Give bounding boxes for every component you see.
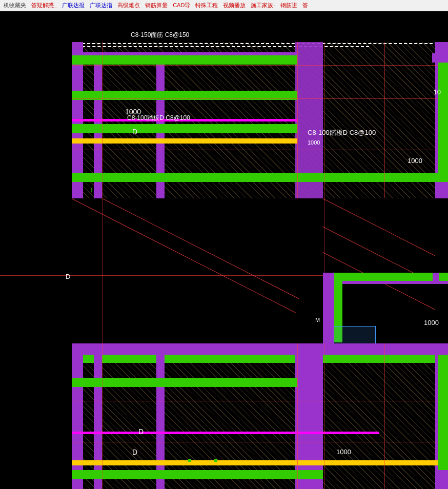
- toolbar-construction[interactable]: 施工家族-: [249, 2, 277, 9]
- grid-v-top3: [324, 42, 324, 201]
- column-purple-bottom-right: [295, 343, 323, 489]
- grid-v-top2: [297, 42, 298, 201]
- purple-bottom-h1: [72, 343, 323, 355]
- bar-magenta-bottom: [72, 432, 379, 434]
- toolbar-gldb[interactable]: 广联达指: [88, 2, 114, 9]
- column-purple-bottom-3: [156, 355, 165, 489]
- label-m: D: [66, 273, 70, 280]
- toolbar-rebar2[interactable]: 钢筋进: [279, 2, 299, 9]
- dashed-line-top1: [72, 43, 448, 44]
- dim-10-right: 1000: [424, 319, 439, 327]
- mid-annotation: C8-100踏板D C8@100: [127, 114, 190, 123]
- label-d2: D: [132, 128, 137, 136]
- hatch-bottom-right: [323, 343, 448, 489]
- label-d3: D: [138, 427, 144, 436]
- green-corner-right: [439, 273, 448, 281]
- hatch-bottom-left: [72, 343, 323, 489]
- toolbar-cad[interactable]: CAD导: [171, 2, 192, 9]
- slab-green-bot1: [72, 173, 323, 182]
- c8-annotation-mid: M: [315, 317, 320, 323]
- slab-green-mid: [72, 124, 297, 133]
- toolbar-special[interactable]: 特殊工程: [194, 2, 219, 9]
- selection-box: [334, 326, 376, 344]
- grid-v-bot1: [103, 343, 103, 489]
- green-right-mid-h: [334, 273, 448, 281]
- grid-v-bot3: [324, 343, 324, 489]
- grid-h-top2: [72, 98, 448, 99]
- grid-h-bot1: [72, 401, 448, 401]
- top-label: C8-150面筋 C8@150: [131, 31, 189, 39]
- toolbar-video[interactable]: 视频播放: [221, 2, 247, 9]
- green-bottom-right-h1: [323, 355, 448, 363]
- grid-v-bot2: [297, 343, 298, 489]
- dim-1000-mid2: 1000: [308, 139, 320, 146]
- toolbar-qa[interactable]: 答疑解惑_: [30, 2, 58, 9]
- slab-green-bot1b: [323, 173, 448, 182]
- grid-v-bot4: [384, 343, 385, 489]
- slab-green-bottom3: [72, 470, 323, 479]
- purple-on-slab1: [72, 52, 297, 55]
- dashed-line-top2: [72, 46, 369, 47]
- marker-sq-2: [214, 459, 217, 462]
- purple-right-mid-v: [323, 273, 334, 344]
- toolbar-advanced[interactable]: 高级难点: [116, 2, 141, 9]
- dim-2900: 1000: [408, 157, 422, 165]
- grid-v-mid1: [103, 198, 103, 344]
- toolbar-rebar[interactable]: 钢筋算量: [144, 2, 169, 9]
- purple-right-top1: [432, 53, 448, 63]
- toolbar-glda[interactable]: 广联达报: [60, 2, 86, 9]
- cad-drawing-area[interactable]: C8-150面筋 C8@150 10 C8-100踏板D C8@100 1000…: [0, 11, 448, 489]
- grid-h-bot2: [72, 442, 448, 442]
- label-d4: D: [132, 448, 137, 456]
- arrow-marker-green: ↑: [90, 186, 93, 194]
- bar-yellow-top1: [72, 138, 297, 144]
- purple-bottom-right-h1: [323, 343, 448, 355]
- browser-toolbar: 机收藏夹 答疑解惑_ 广联达报 广联达指 高级难点 钢筋算量 CAD导 特殊工程…: [0, 0, 448, 11]
- green-right-top1: [438, 63, 448, 178]
- grid-v-top4: [384, 42, 385, 201]
- column-purple-bottom-left: [72, 343, 83, 489]
- black-void-area: [72, 198, 323, 342]
- green-right-bottom: [438, 355, 448, 470]
- toolbar-favorites[interactable]: 机收藏夹: [2, 2, 28, 9]
- dim-1000-5: 1000: [336, 448, 351, 456]
- dim-1000-mid1: C8-100踏板D C8@100: [308, 128, 376, 137]
- grid-h-top1: [72, 65, 448, 66]
- dim-1000-top-right: 10: [434, 88, 441, 96]
- toolbar-answer[interactable]: 答: [301, 2, 310, 9]
- grid-v-top1: [103, 42, 103, 201]
- slab-green-bottom2: [72, 378, 297, 387]
- green-bottom-h1: [72, 355, 323, 363]
- bar-yellow-bottom: [72, 460, 446, 465]
- column-purple-bottom-2: [94, 355, 102, 489]
- marker-sq-1: [188, 459, 191, 462]
- grid-h-top3: [72, 150, 448, 150]
